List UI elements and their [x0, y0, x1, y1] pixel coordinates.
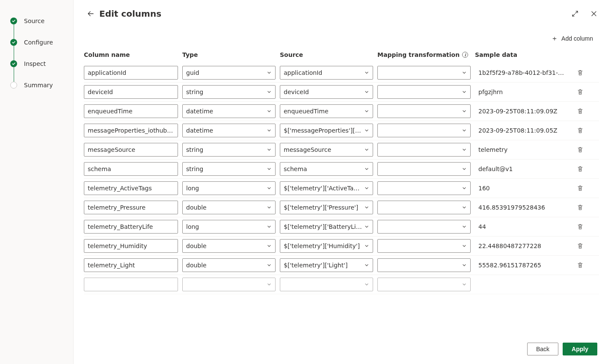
column-name-input[interactable]: telemetry_BatteryLife [84, 220, 178, 234]
info-icon[interactable]: i [462, 52, 468, 58]
mapping-select[interactable] [377, 239, 471, 253]
type-select[interactable]: double [182, 258, 276, 272]
source-select[interactable]: applicationId [280, 66, 373, 80]
step-indicator-icon [10, 82, 17, 89]
mapping-select[interactable] [377, 201, 471, 214]
source-select[interactable]: $['telemetry']['ActiveTags'] [280, 181, 373, 195]
source-select[interactable]: $['telemetry']['Pressure'] [280, 201, 373, 214]
delete-row-button[interactable] [573, 181, 587, 195]
column-row [84, 275, 599, 294]
column-name-input[interactable]: applicationId [84, 66, 178, 80]
mapping-select[interactable] [377, 104, 471, 118]
column-name-input[interactable]: messageProperties_iothub-creat [84, 124, 178, 137]
mapping-select[interactable] [377, 143, 471, 157]
type-select[interactable]: datetime [182, 124, 276, 137]
chevron-down-icon [462, 70, 467, 75]
step-indicator-icon [10, 60, 17, 67]
source-select[interactable]: schema [280, 162, 373, 176]
step-label: Summary [24, 82, 53, 89]
step-source[interactable]: Source [10, 10, 73, 32]
column-name-input[interactable]: telemetry_ActiveTags [84, 181, 178, 195]
add-column-button[interactable]: ＋ Add column [547, 33, 597, 44]
trash-icon [577, 262, 584, 269]
column-name-input[interactable]: telemetry_Light [84, 258, 178, 272]
column-name-input[interactable] [84, 278, 178, 291]
column-row: applicationIdguidapplicationId1b2f5f29-a… [84, 63, 599, 83]
delete-row-button[interactable] [573, 258, 587, 272]
mapping-select[interactable] [377, 258, 471, 272]
mapping-select[interactable] [377, 162, 471, 176]
type-select[interactable]: string [182, 162, 276, 176]
delete-row-button[interactable] [573, 104, 587, 118]
chevron-down-icon [267, 109, 272, 114]
sample-data-value: 55582.96151787265 [475, 258, 569, 272]
delete-row-button[interactable] [573, 124, 587, 137]
type-select[interactable] [182, 278, 276, 291]
chevron-down-icon [364, 109, 369, 114]
source-select[interactable]: messageSource [280, 143, 373, 157]
column-name-input[interactable]: enqueuedTime [84, 104, 178, 118]
chevron-down-icon [267, 205, 272, 210]
close-button[interactable] [587, 7, 601, 21]
type-select[interactable]: datetime [182, 104, 276, 118]
chevron-down-icon [364, 224, 369, 229]
toolbar: ＋ Add column [74, 22, 611, 48]
chevron-down-icon [462, 243, 467, 249]
source-select[interactable]: enqueuedTime [280, 104, 373, 118]
grid-header-row: Column name Type Source Mapping transfor… [84, 48, 599, 63]
edit-columns-panel: Edit columns ＋ Add column Column name Ty… [74, 0, 611, 364]
column-name-input[interactable]: deviceId [84, 85, 178, 99]
mapping-select[interactable] [377, 278, 471, 291]
mapping-select[interactable] [377, 181, 471, 195]
chevron-down-icon [267, 147, 272, 152]
back-arrow-button[interactable] [84, 7, 98, 21]
panel-header: Edit columns [74, 0, 611, 22]
source-select[interactable]: deviceId [280, 85, 373, 99]
close-icon [591, 11, 597, 17]
header-mapping-label: Mapping transformation [377, 51, 460, 58]
mapping-select[interactable] [377, 85, 471, 99]
type-select[interactable]: long [182, 220, 276, 234]
step-configure[interactable]: Configure [10, 32, 73, 53]
column-name-input[interactable]: telemetry_Humidity [84, 239, 178, 253]
mapping-select[interactable] [377, 66, 471, 80]
type-select[interactable]: string [182, 85, 276, 99]
delete-row-button[interactable] [573, 239, 587, 253]
chevron-down-icon [364, 282, 369, 287]
chevron-down-icon [364, 128, 369, 133]
mapping-select[interactable] [377, 220, 471, 234]
chevron-down-icon [267, 89, 272, 95]
trash-icon [577, 243, 584, 249]
delete-row-button[interactable] [573, 220, 587, 234]
column-name-input[interactable]: schema [84, 162, 178, 176]
column-name-input[interactable]: messageSource [84, 143, 178, 157]
delete-row-button[interactable] [573, 143, 587, 157]
chevron-down-icon [267, 282, 272, 287]
column-row: deviceIdstringdeviceIdpfgzjhrn [84, 83, 599, 102]
delete-row-button[interactable] [573, 85, 587, 99]
delete-row-button[interactable] [573, 201, 587, 214]
type-select[interactable]: string [182, 143, 276, 157]
source-select[interactable]: $['telemetry']['BatteryLife'] [280, 220, 373, 234]
back-button[interactable]: Back [527, 343, 558, 355]
trash-icon [577, 185, 584, 192]
type-select[interactable]: guid [182, 66, 276, 80]
source-select[interactable] [280, 278, 373, 291]
step-inspect[interactable]: Inspect [10, 53, 73, 74]
sample-data-value: default@v1 [475, 162, 569, 176]
source-select[interactable]: $['telemetry']['Light'] [280, 258, 373, 272]
mapping-select[interactable] [377, 124, 471, 137]
delete-row-button[interactable] [573, 66, 587, 80]
type-select[interactable]: double [182, 239, 276, 253]
chevron-down-icon [267, 128, 272, 133]
apply-button[interactable]: Apply [563, 343, 597, 355]
type-select[interactable]: double [182, 201, 276, 214]
type-select[interactable]: long [182, 181, 276, 195]
source-select[interactable]: $['telemetry']['Humidity'] [280, 239, 373, 253]
columns-grid: Column name Type Source Mapping transfor… [74, 48, 611, 336]
delete-row-button[interactable] [573, 162, 587, 176]
expand-button[interactable] [568, 7, 582, 21]
step-summary[interactable]: Summary [10, 74, 73, 96]
source-select[interactable]: $['messageProperties']['iothu [280, 124, 373, 137]
column-name-input[interactable]: telemetry_Pressure [84, 201, 178, 214]
